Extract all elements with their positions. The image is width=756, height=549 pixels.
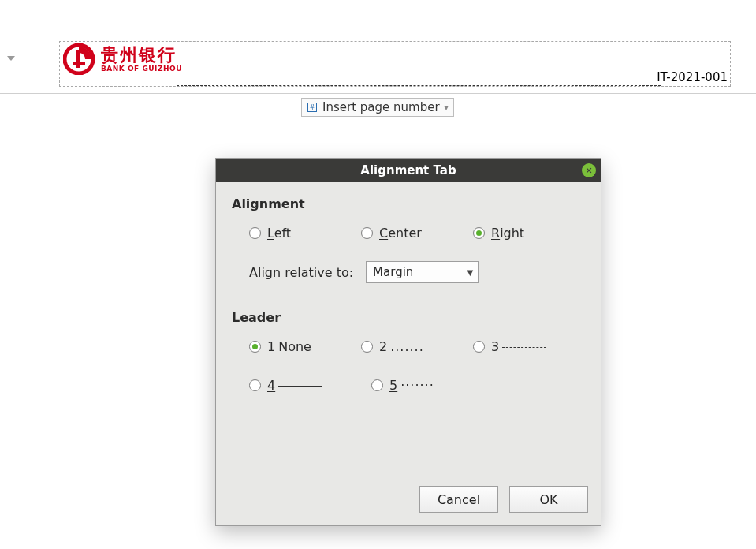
alignment-center-label: Center	[379, 226, 422, 241]
dialog-title: Alignment Tab	[360, 163, 456, 177]
document-code: IT-2021-001	[657, 70, 728, 84]
dialog-titlebar[interactable]: Alignment Tab ✕	[216, 159, 601, 182]
radio-icon	[371, 379, 383, 391]
alignment-left-label: Left	[267, 226, 291, 241]
page-header-frame[interactable]: 贵州银行 BANK OF GUIZHOU IT-2021-001	[59, 41, 731, 87]
svg-text:#: #	[310, 104, 315, 111]
leader-5-radio[interactable]: 5 ·······	[371, 378, 493, 393]
alignment-center-radio[interactable]: Center	[361, 226, 473, 241]
cancel-button-label: Cancel	[438, 492, 480, 507]
leader-section-label: Leader	[232, 310, 585, 325]
align-relative-to-label: Align relative to:	[249, 265, 353, 280]
alignment-right-label: Right	[491, 226, 524, 241]
chevron-down-icon: ▾	[445, 103, 449, 112]
radio-icon	[473, 227, 485, 239]
bank-logo: 贵州银行 BANK OF GUIZHOU	[63, 43, 182, 75]
page-number-icon: #	[307, 102, 318, 113]
radio-icon	[361, 341, 373, 353]
alignment-radio-group: Left Center Right	[249, 226, 585, 241]
leader-3-radio[interactable]: 3	[473, 339, 585, 354]
cancel-button[interactable]: Cancel	[419, 486, 498, 513]
radio-icon	[249, 379, 261, 391]
alignment-section-label: Alignment	[232, 196, 585, 211]
close-icon[interactable]: ✕	[582, 163, 596, 177]
align-relative-to-value: Margin	[373, 265, 413, 279]
leader-1-label: 1 None	[267, 339, 311, 354]
leader-2-radio[interactable]: 2 .......	[361, 339, 473, 354]
alignment-right-radio[interactable]: Right	[473, 226, 585, 241]
leader-1-radio[interactable]: 1 None	[249, 339, 361, 354]
chevron-down-icon: ▼	[467, 268, 473, 277]
leader-4-label: 4	[267, 378, 322, 393]
align-relative-to-select[interactable]: Margin ▼	[366, 261, 479, 283]
bank-name-cn: 贵州银行	[101, 47, 182, 64]
header-separator	[0, 93, 756, 94]
alignment-left-radio[interactable]: Left	[249, 226, 361, 241]
bank-name-en: BANK OF GUIZHOU	[101, 65, 182, 73]
tabstop-handle-icon[interactable]	[4, 54, 18, 63]
radio-icon	[473, 341, 485, 353]
ok-button[interactable]: OK	[509, 486, 588, 513]
leader-2-label: 2 .......	[379, 339, 424, 354]
header-tab-leader	[177, 75, 661, 86]
leader-3-label: 3	[491, 339, 546, 354]
insert-page-number-button[interactable]: # Insert page number ▾	[301, 98, 454, 117]
radio-icon	[361, 227, 373, 239]
ok-button-label: OK	[539, 492, 557, 507]
leader-5-label: 5 ·······	[389, 378, 434, 393]
svg-rect-1	[76, 50, 80, 68]
radio-icon	[249, 341, 261, 353]
leader-4-radio[interactable]: 4	[249, 378, 371, 393]
svg-rect-2	[73, 62, 85, 65]
insert-page-number-label: Insert page number	[322, 100, 440, 114]
bank-logo-icon	[63, 43, 95, 75]
alignment-tab-dialog: Alignment Tab ✕ Alignment Left Center Ri…	[215, 158, 601, 526]
radio-icon	[249, 227, 261, 239]
